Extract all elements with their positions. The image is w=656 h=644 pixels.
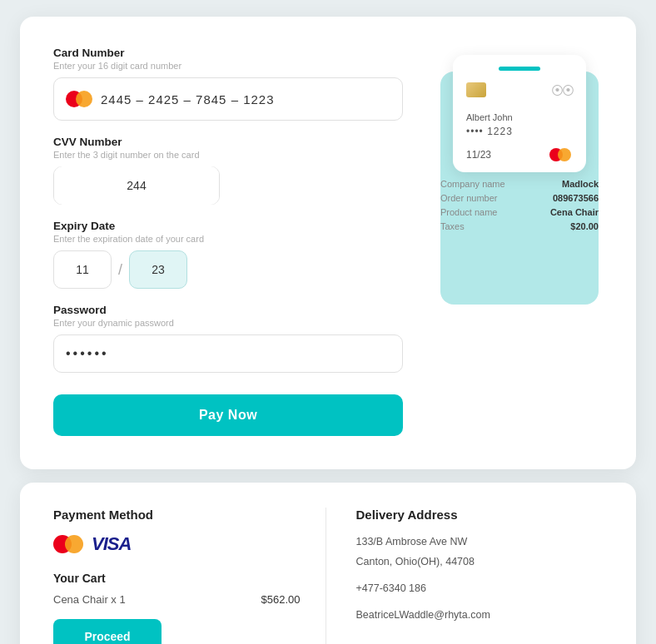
slash-divider: / <box>117 261 124 279</box>
card-holder-name: Albert John <box>466 112 573 122</box>
visa-icon: VISA <box>92 533 131 555</box>
phone: +477-6340 186 <box>356 580 604 597</box>
cvv-label: CVV Number <box>53 136 403 148</box>
card-number-value: 2445 – 2425 – 7845 – 1223 <box>101 92 390 107</box>
payment-icons-row: VISA <box>53 533 301 555</box>
expiry-year-input[interactable] <box>129 250 187 289</box>
bottom-card: Payment Method VISA Your Cart Cena Chair… <box>20 483 636 644</box>
cvv-group: CVV Number Enter the 3 digit number on t… <box>53 136 403 205</box>
card-number-hint: Enter your 16 digit card number <box>53 61 403 71</box>
expiry-label: Expiry Date <box>53 220 403 232</box>
order-summary: Company name Madlock Order number 089673… <box>440 179 599 235</box>
expiry-month-input[interactable] <box>53 250 112 289</box>
chip-icon <box>466 82 486 97</box>
credit-card: ⦿⦿ Albert John •••• 1223 11/23 <box>453 55 586 172</box>
your-cart-title: Your Cart <box>53 572 301 585</box>
bottom-mastercard-icon <box>53 534 82 554</box>
card-visual-section: ⦿⦿ Albert John •••• 1223 11/23 Company n… <box>436 47 603 436</box>
email: BeatriceLWaddle@rhyta.com <box>356 607 604 623</box>
cart-row: Cena Chair x 1 $562.00 <box>53 593 301 606</box>
card-chip-row: ⦿⦿ <box>466 82 573 97</box>
card-expiry-row: 11/23 <box>466 147 573 162</box>
password-hint: Enter your dynamic password <box>53 318 403 328</box>
summary-row-taxes: Taxes $20.00 <box>440 221 599 231</box>
summary-row-order: Order number 089673566 <box>440 193 599 203</box>
card-top-bar <box>499 67 540 71</box>
summary-row-company: Company name Madlock <box>440 179 599 189</box>
payment-form-card: Card Number Enter your 16 digit card num… <box>20 17 636 469</box>
contactless-icon: ⦿⦿ <box>551 83 573 97</box>
address-line2: Canton, Ohio(OH), 44708 <box>356 553 604 570</box>
cvv-input-wrap <box>53 166 220 205</box>
card-number-label: Card Number <box>53 47 403 59</box>
bottom-left-section: Payment Method VISA Your Cart Cena Chair… <box>53 508 326 644</box>
card-number-input[interactable]: 2445 – 2425 – 7845 – 1223 <box>53 77 403 121</box>
summary-row-product: Product name Cena Chair <box>440 207 599 217</box>
form-section: Card Number Enter your 16 digit card num… <box>53 47 403 436</box>
password-label: Password <box>53 304 403 316</box>
bottom-right-section: Delivery Address 133/B Ambrose Ave NW Ca… <box>326 508 604 644</box>
proceed-button[interactable]: Proceed <box>53 619 162 644</box>
pay-now-button[interactable]: Pay Now <box>53 394 403 436</box>
card-number-group: Card Number Enter your 16 digit card num… <box>53 47 403 121</box>
cart-item-price: $562.00 <box>261 593 301 606</box>
card-expiry: 11/23 <box>466 149 491 161</box>
cvv-hint: Enter the 3 digit number on the card <box>53 150 403 160</box>
expiry-group: Expiry Date Enter the expiration date of… <box>53 220 403 289</box>
expiry-hint: Enter the expiration date of your card <box>53 234 403 244</box>
cart-item-name: Cena Chair x 1 <box>53 593 126 606</box>
payment-method-title: Payment Method <box>53 508 301 522</box>
mastercard-icon <box>66 90 92 108</box>
card-mastercard-icon <box>549 147 573 162</box>
password-input[interactable] <box>53 334 403 373</box>
cvv-input[interactable] <box>54 166 219 205</box>
card-number-masked: •••• 1223 <box>466 126 573 137</box>
address-line1: 133/B Ambrose Ave NW <box>356 533 604 550</box>
delivery-address-title: Delivery Address <box>356 508 604 522</box>
expiry-wrap: / <box>53 250 403 289</box>
password-group: Password Enter your dynamic password <box>53 304 403 373</box>
